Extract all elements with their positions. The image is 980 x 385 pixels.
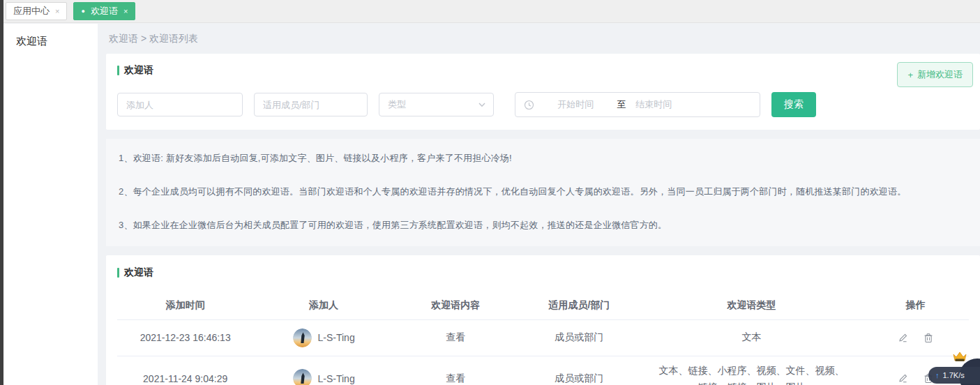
tab-label: 应用中心 <box>13 5 50 17</box>
table-row: 2021-11-24 9:04:29 L-S-Ting 查看 成员或部门 文本、… <box>117 356 969 385</box>
avatar <box>293 369 312 385</box>
cell-type: 文本 <box>641 319 862 356</box>
col-header-time: 添加时间 <box>117 292 253 319</box>
type-select[interactable]: 类型 <box>379 93 494 116</box>
section-accent-bar <box>117 66 119 75</box>
avatar <box>293 329 312 347</box>
cell-adder: L-S-Ting <box>253 356 393 385</box>
cell-time: 2021-12-23 16:46:13 <box>117 319 253 356</box>
col-header-adder: 添加人 <box>253 292 393 319</box>
cell-content: 查看 <box>394 356 518 385</box>
edit-icon[interactable] <box>898 333 908 343</box>
tab-bar: 应用中心 × ● 欢迎语 × <box>0 0 980 23</box>
clock-icon <box>524 100 534 110</box>
date-range-picker[interactable]: 开始时间 至 结束时间 <box>515 92 760 117</box>
sidebar: 欢迎语 <box>3 24 98 385</box>
network-speed-widget[interactable]: ↑ 1.7K/s <box>928 367 980 384</box>
tip-line-2: 2、每个企业成员均可以拥有不同的欢迎语。当部门欢迎语和个人专属的欢迎语并存的情况… <box>119 175 967 209</box>
tab-label: 欢迎语 <box>91 5 118 17</box>
view-link[interactable]: 查看 <box>446 372 465 384</box>
breadcrumb: 欢迎语 > 欢迎语列表 <box>98 24 980 54</box>
member-department-input[interactable] <box>254 93 368 116</box>
table-section-title: 欢迎语 <box>117 266 969 279</box>
search-button[interactable]: 搜索 <box>771 92 816 117</box>
table-row: 2021-12-23 16:46:13 L-S-Ting 查看 成员或部门 文本 <box>117 319 969 356</box>
tips-panel: 1、欢迎语: 新好友添加后自动回复,可添加文字、图片、链接以及小程序，客户来了不… <box>106 139 980 246</box>
view-link[interactable]: 查看 <box>446 331 465 342</box>
plus-icon: + <box>907 70 913 80</box>
upload-speed-pill[interactable]: ↑ 1.7K/s <box>928 367 980 384</box>
cell-time: 2021-11-24 9:04:29 <box>117 356 253 385</box>
cell-scope: 成员或部门 <box>518 319 641 356</box>
upload-arrow-icon: ↑ <box>935 371 940 379</box>
cell-type: 文本、链接、小程序、视频、文件、视频、链接、链接、图片、图片 <box>641 356 862 385</box>
col-header-operation: 操作 <box>862 292 969 319</box>
col-header-type: 欢迎语类型 <box>641 292 862 319</box>
crown-icon <box>952 351 967 365</box>
col-header-content: 欢迎语内容 <box>394 292 518 319</box>
edit-icon[interactable] <box>898 373 908 384</box>
adder-input[interactable] <box>117 93 243 116</box>
cell-content: 查看 <box>394 319 518 356</box>
search-card: 欢迎语 + 新增欢迎语 类型 开始时间 至 结束时间 <box>106 54 980 130</box>
cell-scope: 成员或部门 <box>518 356 641 385</box>
chevron-down-icon <box>478 100 486 109</box>
table-header-row: 添加时间 添加人 欢迎语内容 适用成员/部门 欢迎语类型 操作 <box>117 292 969 319</box>
welcome-message-table: 添加时间 添加人 欢迎语内容 适用成员/部门 欢迎语类型 操作 2021-12-… <box>117 292 969 385</box>
add-welcome-message-button[interactable]: + 新增欢迎语 <box>897 62 973 87</box>
speed-value: 1.7K/s <box>943 371 965 379</box>
search-section-title: 欢迎语 <box>117 64 969 77</box>
collapsed-menu-rail <box>0 0 3 385</box>
section-accent-bar <box>117 268 119 278</box>
tip-line-1: 1、欢迎语: 新好友添加后自动回复,可添加文字、图片、链接以及小程序，客户来了不… <box>119 142 967 175</box>
close-icon[interactable]: × <box>55 7 59 15</box>
close-icon[interactable]: × <box>123 7 128 15</box>
delete-icon[interactable] <box>924 333 933 343</box>
table-card: 欢迎语 添加时间 添加人 欢迎语内容 适用成员/部门 欢迎语类型 操作 2021… <box>106 255 980 385</box>
active-dot-icon: ● <box>81 8 84 15</box>
end-time-placeholder[interactable]: 结束时间 <box>626 98 751 111</box>
tab-welcome-message[interactable]: ● 欢迎语 × <box>73 2 135 20</box>
tip-line-3: 3、如果企业在企业微信后台为相关成员配置了可用的欢迎语，使用第三方系统配置欢迎语… <box>119 209 967 242</box>
col-header-scope: 适用成员/部门 <box>518 292 641 319</box>
main-content: 欢迎语 > 欢迎语列表 欢迎语 + 新增欢迎语 类型 <box>98 24 980 385</box>
sidebar-item-welcome-message[interactable]: 欢迎语 <box>3 24 98 48</box>
filter-row: 类型 开始时间 至 结束时间 搜索 <box>117 92 969 117</box>
tab-app-center[interactable]: 应用中心 × <box>6 2 67 20</box>
range-separator: 至 <box>617 98 626 111</box>
cell-adder: L-S-Ting <box>253 319 393 356</box>
start-time-placeholder[interactable]: 开始时间 <box>534 98 617 111</box>
